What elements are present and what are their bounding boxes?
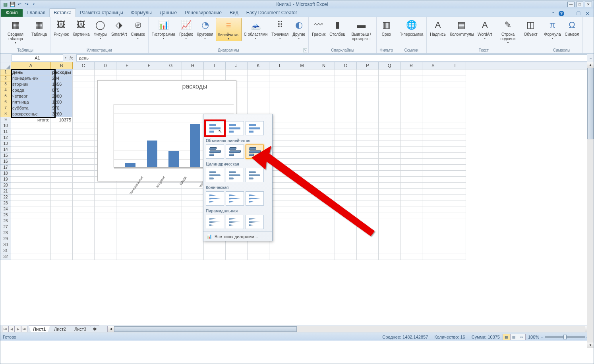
select-all-corner[interactable] xyxy=(0,62,11,69)
app-minimize-icon[interactable]: — xyxy=(567,10,573,17)
cell[interactable] xyxy=(11,123,51,129)
ribbon-btn-pie[interactable]: ◔Круговая▼ xyxy=(195,18,215,40)
cell[interactable] xyxy=(401,236,422,242)
cell[interactable] xyxy=(422,81,444,87)
cell[interactable] xyxy=(73,236,95,242)
qat-customize-icon[interactable]: ▾ xyxy=(31,1,37,8)
cell[interactable] xyxy=(444,218,466,224)
view-page-break[interactable]: ▭ xyxy=(518,334,526,340)
cell[interactable] xyxy=(138,200,160,206)
row-header[interactable]: 1 xyxy=(0,69,11,75)
cell[interactable] xyxy=(313,200,335,206)
cell[interactable] xyxy=(335,183,357,189)
cell[interactable] xyxy=(313,135,335,141)
cell[interactable] xyxy=(444,135,466,141)
cell[interactable] xyxy=(313,171,335,177)
cell[interactable] xyxy=(291,183,313,189)
cell[interactable] xyxy=(401,230,422,236)
cell[interactable] xyxy=(73,129,95,135)
cell[interactable] xyxy=(335,81,357,87)
cell[interactable] xyxy=(73,248,95,254)
cell[interactable]: 970 xyxy=(51,105,73,111)
cell[interactable] xyxy=(379,212,401,218)
cell[interactable] xyxy=(291,212,313,218)
cell[interactable] xyxy=(422,254,444,260)
cell[interactable] xyxy=(51,218,73,224)
cell[interactable] xyxy=(401,224,422,230)
chart-option-clustered-bar[interactable]: ↖ xyxy=(206,121,224,135)
column-header[interactable]: C xyxy=(73,62,95,69)
cell[interactable] xyxy=(379,69,401,75)
cell[interactable] xyxy=(422,75,444,81)
cell[interactable] xyxy=(401,177,422,183)
fx-icon[interactable]: fx xyxy=(66,56,76,60)
cell[interactable] xyxy=(116,212,138,218)
cell[interactable] xyxy=(422,99,444,105)
cell[interactable] xyxy=(357,135,379,141)
cell[interactable] xyxy=(401,183,422,189)
undo-icon[interactable]: ↶ xyxy=(16,1,23,8)
cell[interactable]: среда xyxy=(11,87,51,93)
cell[interactable] xyxy=(313,87,335,93)
cell[interactable] xyxy=(444,206,466,212)
cell[interactable] xyxy=(379,99,401,105)
sheet-tab-2[interactable]: Лист2 xyxy=(50,325,70,332)
minimize-button[interactable]: — xyxy=(567,2,575,7)
cell[interactable] xyxy=(422,236,444,242)
cell[interactable] xyxy=(401,81,422,87)
cell[interactable] xyxy=(51,189,73,195)
cell[interactable] xyxy=(357,105,379,111)
column-header[interactable]: S xyxy=(422,62,444,69)
cell[interactable] xyxy=(291,242,313,248)
cell[interactable] xyxy=(160,200,182,206)
cell[interactable] xyxy=(401,141,422,147)
cell[interactable] xyxy=(269,206,291,212)
cell[interactable] xyxy=(95,230,116,236)
cell[interactable] xyxy=(269,93,291,99)
cell[interactable] xyxy=(73,171,95,177)
cell[interactable] xyxy=(291,135,313,141)
row-header[interactable]: 14 xyxy=(0,147,11,153)
row-header[interactable]: 31 xyxy=(0,248,11,254)
cell[interactable] xyxy=(51,200,73,206)
cell[interactable] xyxy=(11,218,51,224)
view-page-layout[interactable]: ▤ xyxy=(510,334,518,340)
cell[interactable] xyxy=(313,117,335,123)
ribbon-btn-symbol[interactable]: ΩСимвол xyxy=(563,18,580,37)
row-header[interactable]: 28 xyxy=(0,230,11,236)
cell[interactable] xyxy=(401,171,422,177)
cell[interactable] xyxy=(269,165,291,171)
cell[interactable] xyxy=(269,195,291,200)
cell[interactable] xyxy=(357,171,379,177)
column-header[interactable]: T xyxy=(444,62,466,69)
cell[interactable] xyxy=(313,105,335,111)
tab-review[interactable]: Рецензирование xyxy=(181,9,226,17)
cell[interactable] xyxy=(401,200,422,206)
cell[interactable] xyxy=(335,147,357,153)
cell[interactable]: 875 xyxy=(51,87,73,93)
cell[interactable] xyxy=(73,212,95,218)
cell[interactable] xyxy=(138,224,160,230)
cell[interactable] xyxy=(335,206,357,212)
row-header[interactable]: 11 xyxy=(0,129,11,135)
redo-icon[interactable]: ↷ xyxy=(23,1,30,8)
cell[interactable] xyxy=(116,218,138,224)
cell[interactable] xyxy=(182,242,204,248)
cell[interactable] xyxy=(357,242,379,248)
cell[interactable]: 1200 xyxy=(51,99,73,105)
dialog-launcher-icon[interactable]: ↘ xyxy=(303,48,307,52)
tab-insert[interactable]: Вставка xyxy=(49,8,76,17)
cell[interactable] xyxy=(291,147,313,153)
cell[interactable] xyxy=(335,141,357,147)
cell[interactable] xyxy=(422,93,444,99)
ribbon-btn-headerfooter[interactable]: ▤Колонтитулы xyxy=(448,18,475,37)
cell[interactable] xyxy=(401,135,422,141)
scroll-down-button[interactable]: ▼ xyxy=(587,343,594,348)
cell[interactable] xyxy=(379,224,401,230)
cell[interactable] xyxy=(379,75,401,81)
cell[interactable] xyxy=(248,105,269,111)
cell[interactable] xyxy=(379,129,401,135)
cell[interactable] xyxy=(401,195,422,200)
cell[interactable] xyxy=(335,248,357,254)
cell[interactable] xyxy=(379,189,401,195)
